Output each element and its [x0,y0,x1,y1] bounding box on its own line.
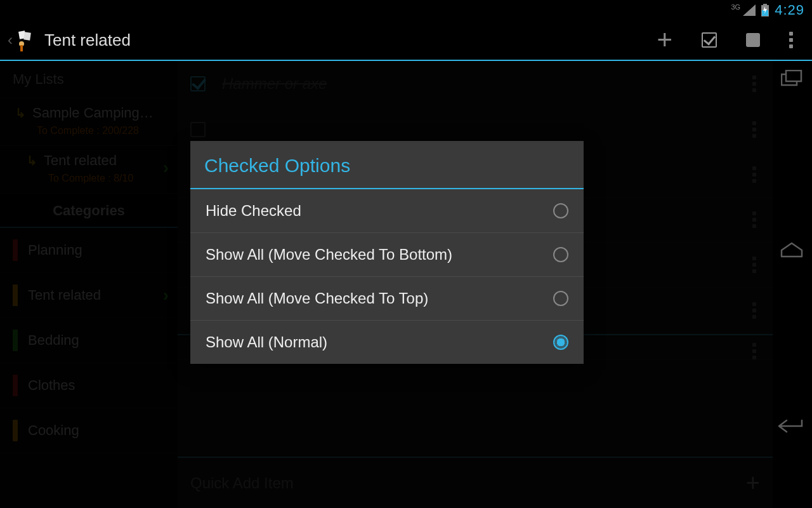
radio-icon[interactable] [553,203,568,218]
battery-icon [761,4,769,17]
svg-rect-4 [23,32,31,40]
status-bar: 3G 4:29 [0,0,812,20]
dialog-option[interactable]: Show All (Move Checked To Top) [190,277,584,321]
dialog-option[interactable]: Hide Checked [190,189,584,233]
dialog-option[interactable]: Show All (Move Checked To Bottom) [190,233,584,277]
dialog-option-label: Hide Checked [206,202,301,220]
action-bar: ‹ Tent related + [0,20,812,61]
dialog-option[interactable]: Show All (Normal) [190,321,584,364]
back-chevron-icon[interactable]: ‹ [8,31,13,49]
svg-rect-0 [763,4,767,5]
dialog-option-label: Show All (Move Checked To Bottom) [206,246,452,264]
page-title: Tent related [44,30,657,50]
add-button[interactable]: + [657,25,672,55]
check-all-button[interactable] [702,32,717,48]
network-indicator: 3G [731,3,740,11]
overflow-menu-icon[interactable] [789,32,793,48]
app-icon[interactable] [15,27,36,53]
radio-icon[interactable] [553,247,568,262]
dialog-option-label: Show All (Move Checked To Top) [206,290,428,307]
dialog-title: Checked Options [190,141,584,189]
checked-options-dialog: Checked Options Hide CheckedShow All (Mo… [190,141,584,364]
uncheck-all-button[interactable] [746,33,760,47]
radio-icon[interactable] [553,335,568,350]
dialog-option-label: Show All (Normal) [206,333,327,351]
svg-rect-6 [20,45,23,51]
clock: 4:29 [775,2,804,18]
signal-icon [743,4,756,16]
radio-icon[interactable] [553,291,568,306]
